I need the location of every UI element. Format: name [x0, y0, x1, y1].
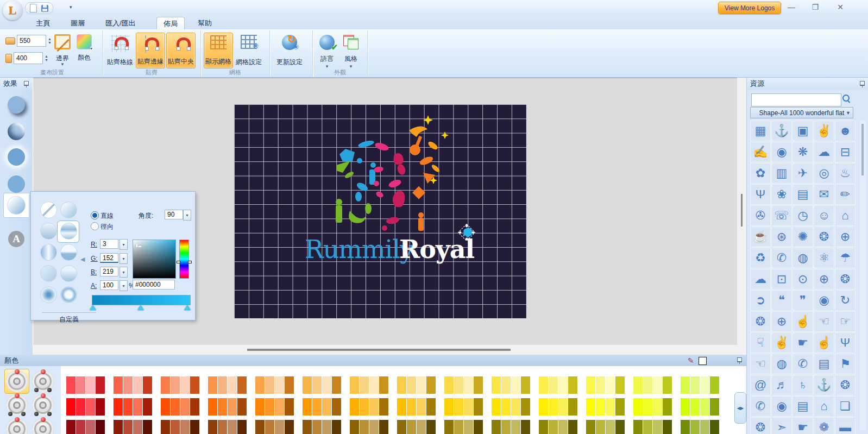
color-swatch[interactable] — [180, 398, 190, 416]
shape-dog-icon[interactable]: ☻ — [835, 121, 856, 141]
shape-globe-location-icon[interactable]: ⊕ — [771, 311, 792, 332]
view-more-logos-button[interactable]: View More Logos — [718, 2, 781, 14]
color-swatch[interactable] — [360, 398, 369, 416]
effect-outer-glow[interactable] — [8, 148, 25, 166]
shape-globe-phone-icon[interactable]: ✆ — [771, 248, 792, 268]
canvas-color-button[interactable]: 顏色 — [73, 33, 95, 66]
color-swatch[interactable] — [474, 398, 483, 416]
shape-monitor-icon[interactable]: ⊡ — [771, 269, 792, 290]
color-scheme-dial-2[interactable] — [30, 369, 55, 394]
hex-input[interactable] — [133, 280, 175, 290]
b-input[interactable] — [100, 267, 118, 276]
color-swatch[interactable] — [76, 398, 85, 416]
color-swatch[interactable] — [474, 420, 483, 434]
shape-globe-cursor-icon[interactable]: ❂ — [750, 311, 771, 332]
effect-gradient-selected[interactable] — [3, 193, 29, 218]
color-swatch[interactable] — [369, 398, 379, 416]
shape-gift-flower-icon[interactable]: ❀ — [771, 184, 792, 205]
shape-clock-icon[interactable]: ◷ — [792, 205, 813, 226]
color-swatch[interactable] — [190, 376, 199, 394]
color-swatch[interactable] — [681, 376, 690, 394]
shape-www-eye-icon[interactable]: ◉ — [814, 290, 834, 311]
logo-text-secondary[interactable]: Royal — [399, 235, 474, 264]
shape-wireframe-globe-icon[interactable]: ❂ — [835, 269, 856, 290]
color-swatch[interactable] — [171, 376, 180, 394]
color-swatch[interactable] — [539, 376, 548, 394]
grid-settings-button[interactable]: ✳ 網格設定 — [234, 33, 263, 68]
color-swatch[interactable] — [161, 420, 170, 434]
shape-at-sign-icon[interactable]: @ — [750, 375, 771, 395]
shape-key-icon[interactable]: ♄ — [792, 375, 813, 395]
color-swatch[interactable] — [322, 420, 331, 434]
new-document-icon[interactable] — [30, 4, 37, 12]
color-swatch[interactable] — [312, 398, 322, 416]
eyedropper-icon[interactable]: ✎ — [688, 356, 694, 365]
shape-thumbs-up-2-icon[interactable]: ☜ — [750, 354, 771, 374]
color-swatch[interactable] — [568, 420, 577, 434]
color-swatch[interactable] — [190, 420, 199, 434]
color-swatch[interactable] — [96, 398, 105, 416]
shape-theater-masks-icon[interactable]: ☺ — [814, 205, 834, 226]
color-swatch[interactable] — [710, 420, 719, 434]
color-swatch[interactable] — [615, 420, 625, 434]
panel-splitter-button[interactable]: ◀▶ — [734, 392, 746, 424]
shape-post-horn-icon[interactable]: ☏ — [771, 205, 792, 226]
color-swatch[interactable] — [143, 398, 152, 416]
color-swatch[interactable] — [521, 398, 530, 416]
shape-eye-globe-icon[interactable]: ◉ — [771, 396, 792, 417]
color-swatch[interactable] — [596, 376, 605, 394]
color-swatch[interactable] — [511, 420, 520, 434]
color-swatch[interactable] — [568, 398, 577, 416]
color-swatch[interactable] — [360, 376, 369, 394]
color-swatch[interactable] — [426, 398, 436, 416]
color-swatch[interactable] — [228, 376, 237, 394]
shape-globe-truck-icon[interactable]: ➲ — [750, 290, 771, 311]
color-scheme-dial-1[interactable] — [4, 369, 29, 394]
color-swatch[interactable] — [710, 398, 719, 416]
effect-inner-bevel[interactable] — [8, 123, 25, 140]
shape-cruise-ship-icon[interactable]: ⚓ — [771, 121, 792, 141]
color-swatch[interactable] — [444, 376, 454, 394]
color-swatch[interactable] — [208, 376, 217, 394]
color-swatch[interactable] — [653, 376, 662, 394]
color-scheme-dial-6[interactable] — [30, 417, 55, 434]
color-swatch[interactable] — [133, 376, 142, 394]
color-swatch[interactable] — [586, 398, 595, 416]
collapse-arrow-icon[interactable]: ◀ — [80, 256, 85, 263]
effect-text[interactable]: A — [8, 231, 24, 247]
color-swatch[interactable] — [303, 420, 312, 434]
shape-speech-bubble-icon[interactable]: ❝ — [771, 290, 792, 311]
color-swatch[interactable] — [228, 420, 237, 434]
a-input[interactable] — [100, 280, 118, 290]
color-swatch[interactable] — [511, 398, 520, 416]
shape-house-icon[interactable]: ⌂ — [835, 205, 856, 226]
color-swatch[interactable] — [454, 420, 463, 434]
color-swatch[interactable] — [332, 376, 341, 394]
color-swatch[interactable] — [312, 376, 322, 394]
shape-globe-document-icon[interactable]: ❏ — [835, 396, 856, 417]
r-spinner[interactable]: ▼ — [119, 239, 128, 250]
canvas-width-stepper[interactable]: ▲▼ — [48, 37, 52, 45]
color-swatch[interactable] — [190, 398, 199, 416]
color-swatch[interactable] — [653, 420, 662, 434]
shape-banner-icon[interactable]: ▬ — [835, 417, 856, 434]
color-swatch[interactable] — [397, 376, 406, 394]
color-swatch[interactable] — [332, 398, 341, 416]
shape-globe-2-icon[interactable]: ❂ — [750, 417, 771, 434]
shape-thumbs-down-icon[interactable]: ☟ — [750, 332, 771, 353]
shape-globe-bird-icon[interactable]: ⊛ — [771, 227, 792, 247]
shape-padlock-icon[interactable]: ✇ — [750, 205, 771, 226]
shape-water-drops-icon[interactable]: ☂ — [835, 248, 856, 268]
shape-delivery-truck-icon[interactable]: ▥ — [771, 163, 792, 184]
color-swatch[interactable] — [237, 420, 247, 434]
color-swatch[interactable] — [285, 420, 294, 434]
shape-phone-spiral-icon[interactable]: ✆ — [750, 396, 771, 417]
gradient-style-diagonal[interactable] — [60, 202, 77, 218]
color-swatch[interactable] — [397, 420, 406, 434]
shape-camera-icon[interactable]: ⊙ — [792, 269, 813, 290]
hue-slider[interactable] — [179, 240, 189, 279]
shape-music-note-icon[interactable]: ♬ — [771, 375, 792, 395]
language-button[interactable]: ✔ 語言 ▼ — [316, 33, 338, 68]
color-swatch[interactable] — [285, 376, 294, 394]
color-swatch[interactable] — [237, 376, 247, 394]
